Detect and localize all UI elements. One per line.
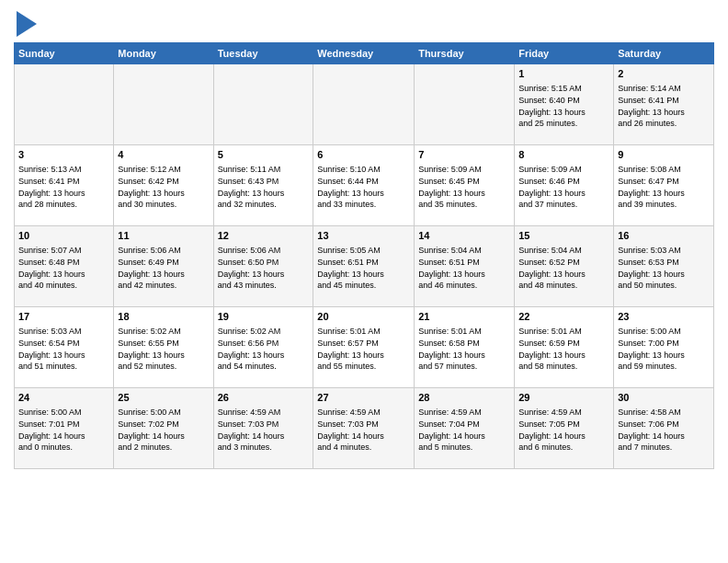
day-info: Daylight: 14 hours	[18, 431, 109, 442]
day-info: Sunrise: 5:03 AM	[18, 326, 109, 338]
day-info: Daylight: 13 hours	[518, 269, 609, 281]
day-info: and 48 minutes.	[518, 280, 609, 292]
day-info: Sunset: 6:48 PM	[18, 257, 109, 269]
day-info: Sunrise: 5:14 AM	[618, 83, 710, 95]
day-info: Daylight: 13 hours	[317, 188, 410, 200]
column-header-friday: Friday	[515, 43, 614, 64]
day-info: Daylight: 13 hours	[317, 269, 410, 281]
calendar-cell: 12Sunrise: 5:06 AMSunset: 6:50 PMDayligh…	[213, 226, 313, 307]
calendar-cell: 7Sunrise: 5:09 AMSunset: 6:45 PMDaylight…	[415, 145, 515, 226]
calendar-cell: 13Sunrise: 5:05 AMSunset: 6:51 PMDayligh…	[313, 226, 415, 307]
calendar-cell: 16Sunrise: 5:03 AMSunset: 6:53 PMDayligh…	[614, 226, 714, 307]
calendar-cell: 4Sunrise: 5:12 AMSunset: 6:42 PMDaylight…	[114, 145, 213, 226]
day-info: and 43 minutes.	[218, 280, 310, 292]
day-info: Daylight: 13 hours	[618, 188, 710, 200]
week-row-4: 17Sunrise: 5:03 AMSunset: 6:54 PMDayligh…	[15, 307, 714, 388]
day-info: Daylight: 14 hours	[118, 431, 209, 442]
day-number: 16	[618, 229, 710, 243]
day-info: and 54 minutes.	[218, 361, 310, 373]
day-info: and 40 minutes.	[18, 280, 109, 292]
day-info: Sunset: 7:02 PM	[118, 419, 209, 431]
day-number: 10	[18, 229, 109, 243]
day-info: Sunrise: 5:13 AM	[18, 164, 109, 176]
day-info: and 55 minutes.	[317, 361, 410, 373]
calendar-cell: 14Sunrise: 5:04 AMSunset: 6:51 PMDayligh…	[415, 226, 515, 307]
day-number: 29	[518, 391, 609, 405]
logo	[14, 13, 37, 37]
day-info: Daylight: 13 hours	[317, 350, 410, 362]
day-info: and 45 minutes.	[317, 280, 410, 292]
day-info: Sunrise: 5:11 AM	[218, 164, 310, 176]
calendar-cell: 20Sunrise: 5:01 AMSunset: 6:57 PMDayligh…	[313, 307, 415, 388]
day-number: 7	[418, 148, 510, 162]
day-number: 5	[218, 148, 310, 162]
day-info: and 3 minutes.	[218, 442, 310, 454]
calendar-cell	[415, 64, 515, 145]
calendar-cell: 6Sunrise: 5:10 AMSunset: 6:44 PMDaylight…	[313, 145, 415, 226]
day-info: and 35 minutes.	[418, 199, 510, 211]
calendar-cell: 1Sunrise: 5:15 AMSunset: 6:40 PMDaylight…	[515, 64, 614, 145]
day-info: Sunrise: 5:08 AM	[618, 164, 710, 176]
day-number: 2	[618, 67, 710, 81]
day-info: Sunset: 6:44 PM	[317, 176, 410, 188]
day-info: Sunset: 6:41 PM	[18, 176, 109, 188]
day-info: Daylight: 13 hours	[218, 188, 310, 200]
day-info: and 57 minutes.	[418, 361, 510, 373]
calendar-cell: 25Sunrise: 5:00 AMSunset: 7:02 PMDayligh…	[114, 388, 213, 469]
day-info: Sunrise: 5:04 AM	[418, 245, 510, 257]
calendar-cell: 28Sunrise: 4:59 AMSunset: 7:04 PMDayligh…	[415, 388, 515, 469]
day-info: and 25 minutes.	[518, 118, 609, 130]
day-number: 26	[218, 391, 310, 405]
day-info: Sunset: 6:41 PM	[618, 95, 710, 107]
week-row-3: 10Sunrise: 5:07 AMSunset: 6:48 PMDayligh…	[15, 226, 714, 307]
day-number: 4	[118, 148, 209, 162]
day-info: and 7 minutes.	[618, 442, 710, 454]
day-info: Daylight: 14 hours	[218, 431, 310, 442]
day-info: Sunrise: 4:59 AM	[418, 407, 510, 419]
calendar-header: SundayMondayTuesdayWednesdayThursdayFrid…	[15, 43, 714, 64]
day-info: Daylight: 13 hours	[118, 350, 209, 362]
calendar-cell: 30Sunrise: 4:58 AMSunset: 7:06 PMDayligh…	[614, 388, 714, 469]
calendar-table: SundayMondayTuesdayWednesdayThursdayFrid…	[14, 42, 714, 469]
calendar-cell: 26Sunrise: 4:59 AMSunset: 7:03 PMDayligh…	[213, 388, 313, 469]
day-info: Sunrise: 4:58 AM	[618, 407, 710, 419]
calendar-cell: 27Sunrise: 4:59 AMSunset: 7:03 PMDayligh…	[313, 388, 415, 469]
day-info: Sunrise: 5:06 AM	[118, 245, 209, 257]
day-number: 24	[18, 391, 109, 405]
day-number: 1	[518, 67, 609, 81]
calendar-cell: 29Sunrise: 4:59 AMSunset: 7:05 PMDayligh…	[515, 388, 614, 469]
day-info: Daylight: 14 hours	[418, 431, 510, 442]
calendar-cell: 24Sunrise: 5:00 AMSunset: 7:01 PMDayligh…	[15, 388, 114, 469]
day-info: Sunrise: 5:05 AM	[317, 245, 410, 257]
logo-arrow-icon	[17, 11, 37, 37]
day-info: Daylight: 13 hours	[418, 350, 510, 362]
day-info: Daylight: 13 hours	[618, 107, 710, 119]
day-info: and 6 minutes.	[518, 442, 609, 454]
day-info: Sunset: 6:47 PM	[618, 176, 710, 188]
page: SundayMondayTuesdayWednesdayThursdayFrid…	[0, 0, 728, 563]
day-info: Sunset: 6:40 PM	[518, 95, 609, 107]
day-number: 28	[418, 391, 510, 405]
column-header-monday: Monday	[114, 43, 213, 64]
day-number: 9	[618, 148, 710, 162]
column-header-sunday: Sunday	[15, 43, 114, 64]
column-header-saturday: Saturday	[614, 43, 714, 64]
day-info: Daylight: 14 hours	[518, 431, 609, 442]
day-info: Daylight: 13 hours	[418, 269, 510, 281]
day-number: 8	[518, 148, 609, 162]
day-info: and 51 minutes.	[18, 361, 109, 373]
day-number: 18	[118, 310, 209, 324]
day-info: Sunrise: 5:01 AM	[317, 326, 410, 338]
column-header-row: SundayMondayTuesdayWednesdayThursdayFrid…	[15, 43, 714, 64]
calendar-cell	[313, 64, 415, 145]
day-info: and 5 minutes.	[418, 442, 510, 454]
day-info: Sunrise: 5:04 AM	[518, 245, 609, 257]
day-info: Sunrise: 5:00 AM	[618, 326, 710, 338]
day-info: Daylight: 13 hours	[518, 107, 609, 119]
day-number: 11	[118, 229, 209, 243]
day-info: Sunrise: 5:01 AM	[418, 326, 510, 338]
day-info: Daylight: 13 hours	[518, 188, 609, 200]
day-info: Sunset: 7:05 PM	[518, 419, 609, 431]
day-info: Daylight: 13 hours	[118, 269, 209, 281]
day-info: and 46 minutes.	[418, 280, 510, 292]
